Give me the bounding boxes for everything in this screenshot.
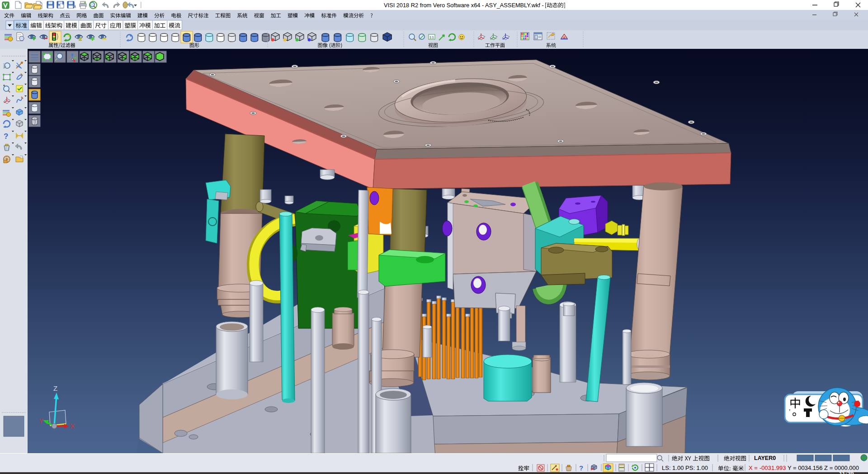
svg-text:11:29: 11:29 — [839, 470, 854, 474]
svg-text:?: ? — [579, 464, 583, 472]
svg-text:1:1: 1:1 — [429, 36, 434, 39]
svg-text:X =: X = — [749, 465, 758, 471]
svg-text:?: ? — [4, 132, 8, 141]
svg-text:-0031.993: -0031.993 — [760, 465, 786, 471]
svg-text:LAYER0: LAYER0 — [754, 455, 776, 461]
svg-text:LS: 1.00 PS: 1.00: LS: 1.00 PS: 1.00 — [662, 465, 708, 471]
svg-text:VISI 2018 R2 from Vero Softwar: VISI 2018 R2 from Vero Software x64 - AS… — [384, 2, 544, 9]
